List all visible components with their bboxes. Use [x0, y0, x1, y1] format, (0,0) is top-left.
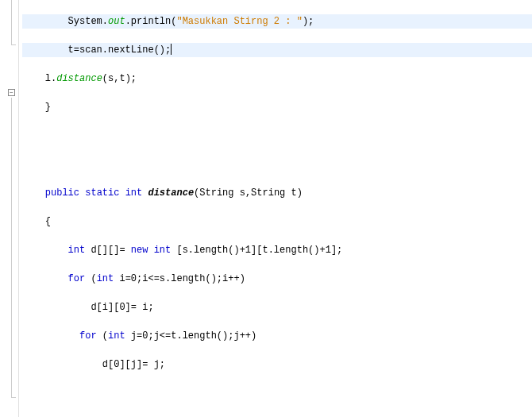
fold-guide-end — [11, 397, 16, 398]
code-line — [22, 129, 532, 143]
code-line: for (int j=0;j<=t.length();j++) — [22, 329, 532, 343]
code-line: l.distance(s,t); — [22, 71, 532, 86]
fold-guide-end — [11, 44, 16, 45]
code-line: t=scan.nextLine(); — [22, 43, 532, 57]
code-line: d[i][0]= i; — [22, 300, 532, 315]
code-line: { — [22, 214, 532, 229]
fold-toggle-icon[interactable]: − — [8, 89, 15, 96]
code-editor[interactable]: System.out.println("Masukkan Stirng 2 : … — [19, 0, 532, 417]
code-line — [22, 157, 532, 172]
code-line: d[0][j]= j; — [22, 357, 532, 372]
editor-gutter: − — [0, 0, 19, 417]
fold-guide-line — [11, 0, 12, 44]
code-line: for (int i=0;i<=s.length();i++) — [22, 272, 532, 286]
code-line: System.out.println("Masukkan Stirng 2 : … — [22, 14, 532, 29]
code-line: } — [22, 100, 532, 114]
text-caret — [171, 44, 172, 55]
code-line — [22, 386, 532, 400]
fold-guide-line — [11, 98, 12, 397]
code-line: public static int distance(String s,Stri… — [22, 186, 532, 200]
code-line: int d[][]= new int [s.length()+1][t.leng… — [22, 243, 532, 257]
